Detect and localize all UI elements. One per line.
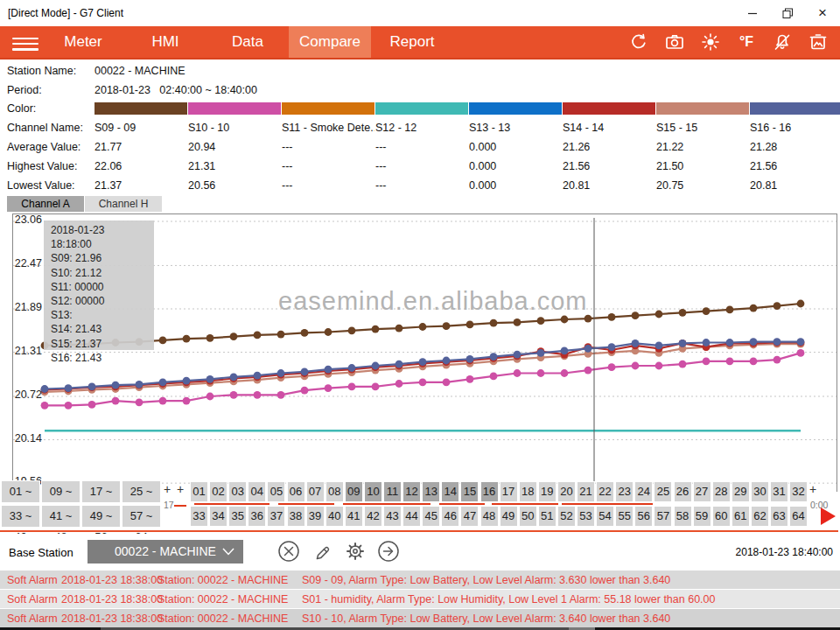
channel-page-button[interactable]: 33 bbox=[190, 506, 208, 527]
channel-page-button[interactable]: 50 bbox=[519, 506, 537, 527]
channel-page-button[interactable]: 21 bbox=[577, 481, 595, 502]
channel-page-button[interactable]: 39 bbox=[306, 506, 325, 527]
range-button[interactable]: 41 ~ 48 bbox=[41, 505, 80, 528]
channel-page-button[interactable]: 19 bbox=[538, 481, 556, 502]
channel-page-button[interactable]: 13 bbox=[422, 481, 440, 502]
channel-page-button[interactable]: 23 bbox=[615, 481, 634, 502]
channel-page-button[interactable]: 34 bbox=[209, 506, 228, 527]
range-button[interactable]: 25 ~ 32 bbox=[122, 480, 161, 503]
channel-page-button[interactable]: 47 bbox=[460, 506, 479, 527]
channel-page-button[interactable]: 60 bbox=[712, 506, 731, 527]
channel-page-button[interactable]: 10 bbox=[364, 481, 382, 502]
channel-page-button[interactable]: 28 bbox=[712, 481, 731, 502]
alarm-row[interactable]: Soft Alarm2018-01-23 18:38:00Station: 00… bbox=[0, 570, 840, 589]
channel-page-button[interactable]: 17 bbox=[500, 481, 518, 502]
channel-page-button[interactable]: 29 bbox=[732, 481, 750, 502]
nav-item-report[interactable]: Report bbox=[371, 26, 453, 58]
temperature-unit-icon[interactable]: °F bbox=[735, 31, 758, 53]
camera-icon[interactable] bbox=[663, 31, 686, 53]
channel-page-button[interactable]: 24 bbox=[634, 481, 653, 502]
channel-page-button[interactable]: 63 bbox=[770, 506, 788, 527]
channel-page-button[interactable]: 08 bbox=[326, 481, 344, 502]
sync-icon[interactable] bbox=[627, 31, 650, 53]
edit-icon[interactable] bbox=[310, 539, 334, 564]
channel-page-button[interactable]: 55 bbox=[615, 506, 634, 527]
tab-channel-a[interactable]: Channel A bbox=[7, 196, 84, 212]
channel-page-button[interactable]: 44 bbox=[402, 506, 421, 527]
channel-page-button[interactable]: 06 bbox=[287, 481, 305, 502]
channel-page-button[interactable]: 43 bbox=[383, 506, 402, 527]
channel-page-button[interactable]: 12 bbox=[402, 481, 421, 502]
minimize-button[interactable] bbox=[735, 0, 770, 26]
range-button[interactable]: 57 ~ 64 bbox=[122, 505, 161, 528]
nav-item-hmi[interactable]: HMI bbox=[124, 26, 206, 58]
range-expander-button[interactable]: + bbox=[164, 482, 171, 496]
base-station-dropdown[interactable]: 00022 - MACHINE bbox=[88, 540, 243, 564]
nav-item-compare[interactable]: Compare bbox=[289, 26, 371, 58]
channel-page-button[interactable]: 57 bbox=[654, 506, 672, 527]
brightness-icon[interactable] bbox=[699, 31, 722, 53]
range-button[interactable]: 01 ~ 08 bbox=[1, 480, 40, 503]
channel-page-button[interactable]: 05 bbox=[267, 481, 285, 502]
channel-page-button[interactable]: 02 bbox=[209, 481, 228, 502]
channel-page-button[interactable]: 58 bbox=[674, 506, 692, 527]
channel-page-button[interactable]: 32 bbox=[789, 481, 808, 502]
channel-page-button[interactable]: 16 bbox=[480, 481, 499, 502]
page-expander-button[interactable]: + bbox=[177, 482, 184, 496]
channel-page-button[interactable]: 41 bbox=[345, 506, 363, 527]
clear-icon[interactable] bbox=[276, 539, 301, 564]
channel-page-button[interactable]: 18 bbox=[519, 481, 537, 502]
channel-page-button[interactable]: 46 bbox=[441, 506, 459, 527]
channel-page-button[interactable]: 35 bbox=[228, 506, 247, 527]
channel-page-button[interactable]: 45 bbox=[422, 506, 440, 527]
range-button[interactable]: 17 ~ 24 bbox=[81, 480, 121, 503]
channel-page-button[interactable]: 31 bbox=[770, 481, 788, 502]
channel-page-button[interactable]: 37 bbox=[267, 506, 285, 527]
channel-page-button[interactable]: 14 bbox=[441, 481, 459, 502]
alarm-row[interactable]: Soft Alarm2018-01-23 18:38:00Station: 00… bbox=[0, 590, 840, 608]
channel-page-button[interactable]: 07 bbox=[306, 481, 325, 502]
channel-page-button[interactable]: 54 bbox=[596, 506, 614, 527]
save-image-icon[interactable] bbox=[807, 31, 830, 53]
channel-page-button[interactable]: 04 bbox=[248, 481, 266, 502]
channel-page-button[interactable]: 15 bbox=[460, 481, 479, 502]
channel-page-button[interactable]: 30 bbox=[751, 481, 769, 502]
range-button[interactable]: 49 ~ 56 bbox=[81, 505, 121, 528]
channel-page-button[interactable]: 22 bbox=[596, 481, 614, 502]
channel-page-button[interactable]: 01 bbox=[190, 481, 208, 502]
channel-page-button[interactable]: 49 bbox=[500, 506, 518, 527]
nav-item-meter[interactable]: Meter bbox=[42, 26, 124, 58]
mute-icon[interactable] bbox=[771, 31, 794, 53]
channel-page-button[interactable]: 26 bbox=[674, 481, 692, 502]
channel-page-button[interactable]: 20 bbox=[557, 481, 576, 502]
channel-page-button[interactable]: 25 bbox=[654, 481, 672, 502]
close-button[interactable]: × bbox=[805, 0, 840, 26]
settings-icon[interactable] bbox=[343, 539, 368, 564]
channel-page-button[interactable]: 03 bbox=[228, 481, 247, 502]
channel-page-button[interactable]: 36 bbox=[248, 506, 266, 527]
channel-page-button[interactable]: 11 bbox=[383, 481, 402, 502]
nav-item-data[interactable]: Data bbox=[206, 26, 289, 58]
channel-page-button[interactable]: 48 bbox=[480, 506, 499, 527]
channel-page-button[interactable]: 59 bbox=[693, 506, 711, 527]
menu-icon[interactable] bbox=[12, 34, 38, 52]
page-expander-button[interactable]: + bbox=[809, 482, 816, 496]
alarm-row[interactable]: Soft Alarm2018-01-23 18:38:00Station: 00… bbox=[0, 609, 840, 627]
restore-button[interactable] bbox=[770, 0, 805, 26]
channel-page-button[interactable]: 52 bbox=[557, 506, 576, 527]
channel-page-button[interactable]: 56 bbox=[634, 506, 653, 527]
pagination-next-arrow[interactable] bbox=[821, 508, 836, 525]
channel-page-button[interactable]: 64 bbox=[789, 506, 808, 527]
channel-page-button[interactable]: 40 bbox=[326, 506, 344, 527]
apply-icon[interactable] bbox=[376, 539, 401, 564]
channel-page-button[interactable]: 09 bbox=[345, 481, 363, 502]
channel-page-button[interactable]: 51 bbox=[538, 506, 556, 527]
range-button[interactable]: 09 ~ 16 bbox=[41, 480, 80, 503]
channel-page-button[interactable]: 27 bbox=[693, 481, 711, 502]
channel-page-button[interactable]: 62 bbox=[751, 506, 769, 527]
range-button[interactable]: 33 ~ 40 bbox=[1, 505, 40, 528]
channel-page-button[interactable]: 53 bbox=[577, 506, 595, 527]
tab-channel-h[interactable]: Channel H bbox=[85, 196, 162, 212]
channel-page-button[interactable]: 42 bbox=[364, 506, 382, 527]
channel-page-button[interactable]: 61 bbox=[732, 506, 750, 527]
